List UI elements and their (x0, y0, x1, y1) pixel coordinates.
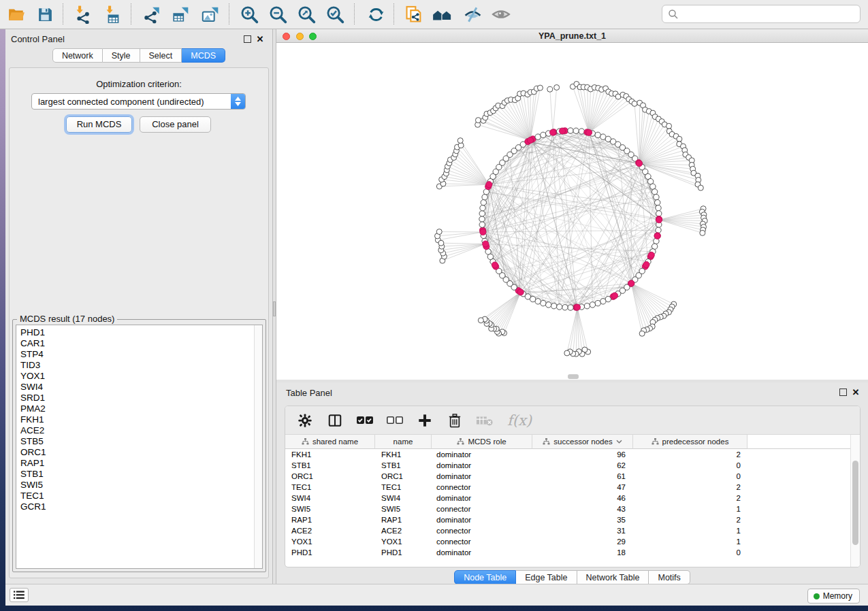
table-row[interactable]: SWI5SWI5connector431 (285, 503, 850, 514)
mcds-result-item[interactable]: ORC1 (20, 447, 254, 458)
add-column-button[interactable] (415, 410, 435, 431)
mcds-result-item[interactable]: SWI5 (20, 480, 254, 491)
export-image-button[interactable] (197, 4, 222, 24)
cell-filler (748, 547, 850, 558)
column-header-MCDS-role[interactable]: MCDS role (432, 435, 532, 449)
delete-column-button[interactable] (445, 410, 465, 431)
mcds-result-item[interactable]: TID3 (20, 360, 254, 371)
column-header-predecessor-nodes[interactable]: predecessor nodes (633, 435, 748, 449)
cell-filler (748, 471, 850, 482)
table-vscroll-thumb[interactable] (852, 461, 858, 545)
mcds-result-item[interactable]: PHD1 (20, 327, 254, 338)
cell: 29 (532, 536, 633, 547)
mcds-result-item[interactable]: CAR1 (20, 338, 254, 349)
export-table-button[interactable] (167, 4, 192, 24)
network-title: YPA_prune.txt_1 (276, 31, 868, 41)
column-header-shared-name[interactable]: shared name (285, 435, 375, 449)
mcds-result-item[interactable]: STB5 (20, 436, 254, 447)
save-session-button[interactable] (33, 4, 57, 24)
mcds-result-item[interactable]: GCR1 (20, 501, 254, 512)
open-file-button[interactable] (4, 4, 29, 24)
import-network-icon (74, 5, 93, 24)
float-panel-icon[interactable] (244, 35, 251, 43)
tab-motifs[interactable]: Motifs (649, 570, 690, 584)
delete-table-button (475, 410, 495, 431)
close-panel-icon[interactable]: ✕ (851, 387, 861, 397)
memory-status-icon (814, 593, 820, 599)
close-panel-icon[interactable]: ✕ (255, 34, 265, 44)
criterion-dropdown[interactable]: largest connected component (undirected) (31, 93, 246, 110)
cell: connector (432, 525, 532, 536)
mcds-result-item[interactable]: SRD1 (20, 393, 254, 403)
zoom-selected-button[interactable] (323, 4, 347, 24)
task-history-button[interactable] (10, 588, 29, 602)
table-row[interactable]: FKH1FKH1dominator962 (285, 449, 850, 460)
table-row[interactable]: RAP1RAP1dominator352 (285, 514, 850, 525)
table-row[interactable]: ORC1ORC1dominator610 (285, 471, 850, 482)
mcds-result-item[interactable]: FKH1 (20, 414, 254, 425)
unselect-all-button[interactable] (385, 410, 405, 431)
table-row[interactable]: ACE2ACE2connector311 (285, 525, 850, 536)
mcds-list-scrollbar[interactable] (254, 325, 262, 568)
table-row[interactable]: TEC1TEC1connector472 (285, 482, 850, 493)
network-hscroll-thumb[interactable] (568, 374, 579, 379)
tab-style[interactable]: Style (103, 48, 140, 63)
cell: STB1 (375, 460, 432, 471)
toolbar-separator (131, 3, 131, 24)
cell: ACE2 (285, 525, 375, 536)
show-all-button[interactable] (489, 4, 513, 24)
table-row[interactable]: YOX1YOX1connector291 (285, 536, 850, 547)
zoom-fit-button[interactable] (294, 4, 319, 24)
cell: STB1 (285, 460, 375, 471)
cell: ORC1 (285, 471, 375, 482)
run-mcds-button[interactable]: Run MCDS (66, 116, 132, 133)
memory-button[interactable]: Memory (807, 589, 860, 604)
zoom-out-button[interactable] (266, 4, 290, 24)
float-panel-icon[interactable] (839, 389, 847, 396)
mcds-result-title: MCDS result (17 nodes) (17, 314, 117, 324)
hide-eye-icon (463, 5, 483, 24)
cell: 0 (633, 471, 748, 482)
column-header-successor-nodes[interactable]: successor nodes (532, 435, 633, 449)
optimization-criterion-label: Optimization criterion: (10, 79, 268, 89)
network-window-titlebar[interactable]: YPA_prune.txt_1 (276, 29, 868, 43)
import-table-button[interactable] (101, 4, 125, 24)
tab-network-table[interactable]: Network Table (577, 570, 649, 584)
tab-edge-table[interactable]: Edge Table (516, 570, 577, 584)
hide-selected-button[interactable] (460, 4, 485, 24)
select-all-button[interactable] (355, 410, 375, 431)
mcds-result-item[interactable]: STB1 (20, 469, 254, 480)
table-toolbar: f(x) (285, 406, 860, 435)
mcds-result-item[interactable]: STP4 (20, 349, 254, 360)
mcds-result-list: PHD1CAR1STP4TID3YOX1SWI4SRD1PMA2FKH1ACE2… (16, 325, 254, 568)
network-canvas[interactable] (276, 43, 868, 380)
dropdown-stepper-icon (231, 94, 245, 109)
mcds-result-item[interactable]: RAP1 (20, 458, 254, 469)
mcds-result-item[interactable]: PMA2 (20, 403, 254, 414)
column-settings-button[interactable] (295, 410, 315, 431)
refresh-view-button[interactable] (364, 4, 388, 24)
table-row[interactable]: SWI4SWI4dominator462 (285, 493, 850, 503)
tab-network[interactable]: Network (52, 48, 103, 63)
close-panel-button[interactable]: Close panel (140, 116, 211, 133)
mcds-result-item[interactable]: SWI4 (20, 382, 254, 393)
split-view-button[interactable] (325, 410, 345, 431)
tab-node-table[interactable]: Node Table (454, 570, 516, 584)
splitter-grip[interactable] (273, 301, 276, 316)
first-neighbors-button[interactable] (430, 4, 455, 24)
export-network-button[interactable] (139, 4, 163, 24)
select-all-icon (356, 413, 374, 428)
duplicate-network-button[interactable] (402, 4, 426, 24)
tab-select[interactable]: Select (140, 48, 182, 63)
column-header-name[interactable]: name (375, 435, 432, 449)
mcds-result-item[interactable]: ACE2 (20, 425, 254, 436)
mcds-result-item[interactable]: TEC1 (20, 491, 254, 501)
cell: 1 (633, 536, 748, 547)
search-input[interactable] (679, 7, 860, 22)
tab-mcds[interactable]: MCDS (182, 48, 225, 63)
import-network-button[interactable] (71, 4, 95, 24)
mcds-result-item[interactable]: YOX1 (20, 371, 254, 382)
zoom-in-button[interactable] (237, 4, 261, 24)
table-row[interactable]: STB1STB1dominator620 (285, 460, 850, 471)
table-row[interactable]: PHD1PHD1dominator180 (285, 547, 850, 558)
